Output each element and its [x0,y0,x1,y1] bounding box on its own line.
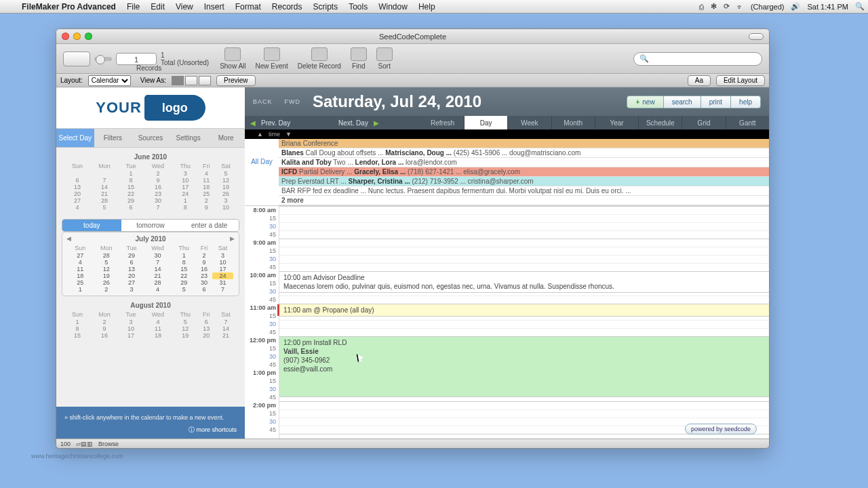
refresh-button[interactable]: Refresh [421,116,464,129]
search-input[interactable]: 🔍 [633,52,762,66]
minical-august[interactable]: August 2010 SunMonTueWedThuFriSat1234567… [56,296,245,344]
help-button[interactable]: help [731,96,761,108]
more-shortcuts-link[interactable]: ⓘ more shortcuts [64,426,237,434]
allday-event[interactable]: ICFD Partial Delivery ... Gracely, Elisa… [279,167,769,177]
tab-day[interactable]: Day [464,116,507,129]
tab-year[interactable]: Year [595,116,638,129]
clock[interactable]: Sat 1:41 PM [804,3,852,11]
current-date: Saturday, Jul 24, 2010 [313,92,627,111]
date-options: today tomorrow enter a date [62,219,239,232]
allday-label: All Day [245,139,279,205]
back-button[interactable]: BACK [253,98,273,105]
calendar-event[interactable]: 12:00 pm Install RLDVaill, Essie(907) 34… [279,336,769,397]
aa-button[interactable]: Aa [688,75,711,86]
toolbar-toggle-icon[interactable] [749,33,764,40]
window-title: SeedCodeComplete [56,33,769,41]
next-day-icon[interactable]: ▶ [374,119,379,127]
prev-month-icon[interactable]: ◀ [66,235,71,242]
wifi-icon[interactable]: ᯤ [733,3,747,11]
new-button[interactable]: new [627,96,663,108]
view-tabs: ◀ Prev. Day Next. Day ▶ Refresh Day Week… [245,116,769,129]
tab-month[interactable]: Month [551,116,595,129]
menu-insert[interactable]: Insert [199,2,230,12]
tab-settings[interactable]: Settings [170,129,208,147]
hint-text: » shift-click anywhere in the calendar t… [64,413,237,422]
tab-grid[interactable]: Grid [682,116,725,129]
volume-icon[interactable]: 🔊 [787,2,804,11]
mac-menubar: FileMaker Pro Advanced File Edit View In… [0,0,868,14]
show-all-button[interactable]: Show All [220,47,245,70]
minical-june[interactable]: June 2010 SunMonTueWedThuFriSat123456789… [56,148,245,216]
allday-event[interactable]: Kalita and Toby Two ... Lendor, Lora ...… [279,158,769,167]
prev-day-button[interactable]: Prev. Day [261,119,290,127]
minical-july[interactable]: ◀ ▶ July 2010 SunMonTueWedThuFriSat27282… [62,232,239,296]
menu-format[interactable]: Format [230,2,267,12]
menu-tools[interactable]: Tools [343,2,373,12]
view-as-toggle[interactable] [172,76,211,85]
menu-help[interactable]: Help [413,2,441,12]
main-view: BACK FWD Saturday, Jul 24, 2010 new sear… [245,87,769,439]
viewas-label: View As: [140,77,166,84]
sidebar: YOUR logo Select Day Filters Sources Set… [56,87,245,439]
toolbar: 1 1 Total (Unsorted) Records Show All Ne… [56,44,769,74]
hints-panel: » shift-click anywhere in the calendar t… [56,407,245,439]
record-total: 1 [161,52,165,59]
mode-label[interactable]: Browse [98,441,119,447]
delete-record-button[interactable]: Delete Record [298,47,341,70]
layout-strip: Layout: Calendar View As: Preview Aa Edi… [56,74,769,87]
allday-event[interactable]: 2 more [279,196,769,205]
find-button[interactable]: Find [351,47,367,70]
time-header[interactable]: ▲time▼ [245,129,769,139]
tomorrow-button[interactable]: tomorrow [121,220,180,231]
tab-schedule[interactable]: Schedule [638,116,682,129]
tab-gantt[interactable]: Gantt [726,116,769,129]
allday-event[interactable]: Prep Everstad LRT ... Sharper, Cristina … [279,177,769,186]
zoom-level[interactable]: 100 [60,441,71,447]
tab-more[interactable]: More [207,129,245,147]
menu-file[interactable]: File [121,2,145,12]
menu-view[interactable]: View [170,2,199,12]
status-icon: ⎙ [696,3,707,11]
fwd-button[interactable]: FWD [285,98,301,105]
record-slider[interactable] [94,57,112,61]
day-grid[interactable]: 8:00 am1530459:00 am15304510:00 am153045… [245,206,769,439]
tab-filters[interactable]: Filters [94,129,132,147]
today-button[interactable]: today [62,220,121,231]
menu-window[interactable]: Window [373,2,413,12]
allday-event[interactable]: BAR RFP fed ex deadline ... Nunc lectus.… [279,186,769,196]
record-number-field[interactable]: 1 [116,53,157,65]
next-month-icon[interactable]: ▶ [230,235,235,242]
calendar-event[interactable]: 11:00 am @ Propane (all day) [279,304,769,317]
calendar-header: BACK FWD Saturday, Jul 24, 2010 new sear… [245,87,769,116]
menu-records[interactable]: Records [267,2,308,12]
allday-event[interactable]: Blanes Call Doug about offsets ... Matri… [279,148,769,158]
layout-select[interactable]: Calendar [88,75,131,86]
menu-scripts[interactable]: Scripts [307,2,343,12]
enter-date-button[interactable]: enter a date [180,220,239,231]
calendar-event[interactable]: 10:00 am Advisor DeadlineMaecenas lorem … [279,271,769,293]
status-icon: ⟳ [720,2,733,11]
edit-layout-button[interactable]: Edit Layout [716,75,765,86]
tab-select-day[interactable]: Select Day [56,129,94,147]
preview-button[interactable]: Preview [216,75,256,86]
records-label: Records [136,64,161,72]
app-name[interactable]: FileMaker Pro Advanced [16,2,121,12]
sort-button[interactable]: Sort [376,47,393,70]
prev-day-icon[interactable]: ◀ [250,119,256,127]
next-day-button[interactable]: Next. Day [338,119,368,127]
allday-section: All Day Briana ConferenceBlanes Call Dou… [245,139,769,206]
record-nav-buttons[interactable] [63,52,90,66]
menu-edit[interactable]: Edit [145,2,170,12]
layout-label: Layout: [60,77,83,84]
new-event-button[interactable]: New Event [256,47,288,70]
powered-by-badge[interactable]: powered by seedcode [685,424,757,434]
tab-week[interactable]: Week [507,116,551,129]
allday-event[interactable]: Briana Conference [279,139,769,148]
status-icons[interactable]: ▱▤▥ [76,441,93,447]
print-button[interactable]: print [701,96,731,108]
search-button[interactable]: search [664,96,701,108]
battery-label: (Charged) [747,3,788,11]
tab-sources[interactable]: Sources [132,129,170,147]
spotlight-icon[interactable]: 🔍 [852,2,868,11]
titlebar[interactable]: SeedCodeComplete [56,29,769,44]
